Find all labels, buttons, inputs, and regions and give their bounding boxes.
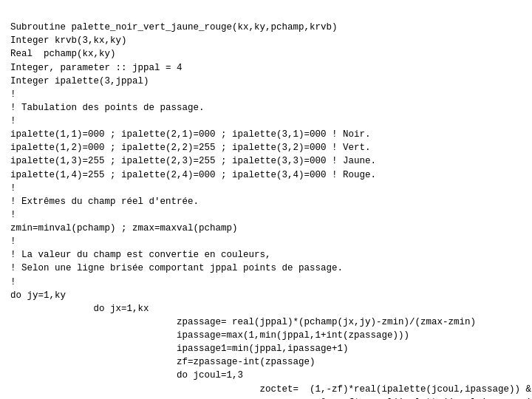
code-line: ! <box>10 89 16 100</box>
code-line: Integer krvb(3,kx,ky) <box>10 35 127 46</box>
code-line: ipalette(1,2)=000 ; ipalette(2,2)=255 ; … <box>10 143 371 153</box>
code-line: do jcoul=1,3 <box>10 370 243 381</box>
code-line: ipassage1=min(jppal,ipassage+1) <box>10 344 349 354</box>
code-line: Subroutine palette_noir_vert_jaune_rouge… <box>10 22 338 33</box>
code-line: ipalette(1,1)=000 ; ipalette(2,1)=000 ; … <box>10 129 371 140</box>
code-line: ipassage=max(1,min(jppal,1+int(zpassage)… <box>10 330 409 341</box>
code-line: zpassage= real(jppal)*(pchamp(jx,jy)-zmi… <box>10 317 476 327</box>
code-editor: Subroutine palette_noir_vert_jaune_rouge… <box>0 0 532 399</box>
code-line: do jx=1,kx <box>10 304 149 314</box>
code-line: Integer, parameter :: jppal = 4 <box>10 63 183 73</box>
code-line: ! <box>10 277 16 287</box>
code-line: Integer ipalette(3,jppal) <box>10 76 149 86</box>
code-line: zf=zpassage-int(zpassage) <box>10 357 316 367</box>
code-line: ! Tabulation des points de passage. <box>10 103 205 113</box>
code-content: Subroutine palette_noir_vert_jaune_rouge… <box>10 21 522 399</box>
code-line: ipalette(1,3)=255 ; ipalette(2,3)=255 ; … <box>10 156 376 166</box>
code-line: ! <box>10 116 16 126</box>
code-line: ! Extrêmes du champ réel d'entrée. <box>10 197 199 207</box>
code-line: ipalette(1,4)=255 ; ipalette(2,4)=000 ; … <box>10 170 376 180</box>
code-line: Real pchamp(kx,ky) <box>10 49 116 59</box>
code-line: ! <box>10 210 16 220</box>
code-line: do jy=1,ky <box>10 290 66 301</box>
code-line: zmin=minval(pchamp) ; zmax=maxval(pchamp… <box>10 223 238 233</box>
code-line: ! <box>10 236 16 247</box>
code-line: ! La valeur du champ est convertie en co… <box>10 250 271 260</box>
code-line: zoctet= (1,-zf)*real(ipalette(jcoul,ipas… <box>10 384 531 395</box>
code-line: ! Selon une ligne brisée comportant jppa… <box>10 263 343 273</box>
code-line: ! <box>10 183 16 194</box>
